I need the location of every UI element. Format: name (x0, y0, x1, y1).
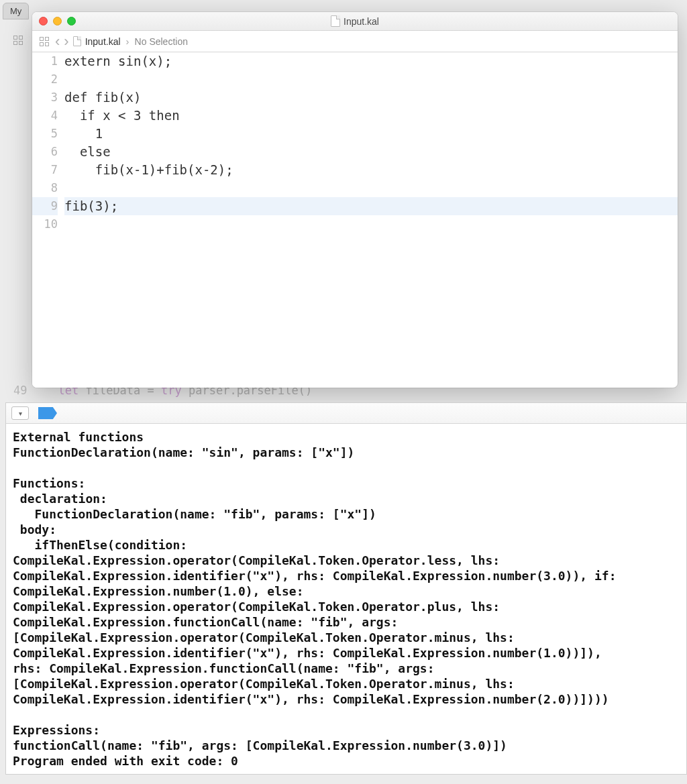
file-icon (73, 36, 81, 46)
code-area[interactable]: 12345678910 extern sin(x); def fib(x) if… (32, 52, 678, 388)
gutter-line: 3 (32, 89, 58, 107)
editor-window: Input.kal ‹ › Input.kal › No Selection 1… (32, 12, 678, 388)
gutter-line: 4 (32, 107, 58, 125)
gutter-line: 2 (32, 70, 58, 89)
related-items-icon[interactable] (38, 35, 51, 48)
window-title: Input.kal (32, 15, 678, 27)
breadcrumb-selection[interactable]: No Selection (135, 36, 188, 47)
gutter-line: 1 (32, 52, 58, 70)
gutter-line: 5 (32, 125, 58, 143)
code-line[interactable]: else (64, 143, 678, 161)
console-panel: ▾ External functions FunctionDeclaration… (5, 402, 687, 775)
code-line[interactable]: fib(3); (64, 197, 678, 215)
console-toolbar: ▾ (6, 403, 686, 424)
background-tab[interactable]: My (3, 3, 29, 19)
breakpoint-arrow-icon[interactable] (38, 407, 57, 419)
left-spine (0, 27, 32, 54)
console-filter-dropdown[interactable]: ▾ (11, 406, 29, 420)
maximize-icon[interactable] (67, 17, 76, 25)
file-icon (331, 15, 340, 27)
code-line[interactable]: def fib(x) (64, 89, 678, 107)
console-output[interactable]: External functions FunctionDeclaration(n… (6, 424, 686, 774)
gutter-line: 7 (32, 161, 58, 179)
gutter-line: 6 (32, 143, 58, 161)
code-line[interactable]: fib(x-1)+fib(x-2); (64, 161, 678, 179)
editor-toolbar: ‹ › Input.kal › No Selection (32, 31, 678, 52)
grid-view-icon[interactable] (13, 36, 23, 45)
chevron-right-icon: › (126, 36, 129, 47)
gutter-line: 9 (32, 197, 58, 215)
gutter-line: 8 (32, 179, 58, 197)
code-line[interactable]: extern sin(x); (64, 52, 678, 70)
nav-forward-icon[interactable]: › (64, 34, 68, 49)
breadcrumb-file[interactable]: Input.kal (85, 36, 121, 47)
nav-back-icon[interactable]: ‹ (55, 34, 60, 49)
minimize-icon[interactable] (53, 17, 62, 25)
code-line[interactable]: if x < 3 then (64, 107, 678, 125)
background-line-num: 49 (13, 384, 27, 397)
traffic-lights (39, 17, 76, 25)
code-line[interactable] (64, 70, 678, 89)
window-title-text: Input.kal (344, 16, 379, 27)
code-line[interactable] (64, 179, 678, 197)
close-icon[interactable] (39, 17, 48, 25)
code-line[interactable]: 1 (64, 125, 678, 143)
titlebar[interactable]: Input.kal (32, 12, 678, 31)
code-line[interactable] (64, 215, 678, 233)
code-lines[interactable]: extern sin(x); def fib(x) if x < 3 then … (64, 52, 678, 388)
gutter-line: 10 (32, 215, 58, 233)
gutter: 12345678910 (32, 52, 64, 388)
background-tab-label: My (10, 6, 21, 16)
